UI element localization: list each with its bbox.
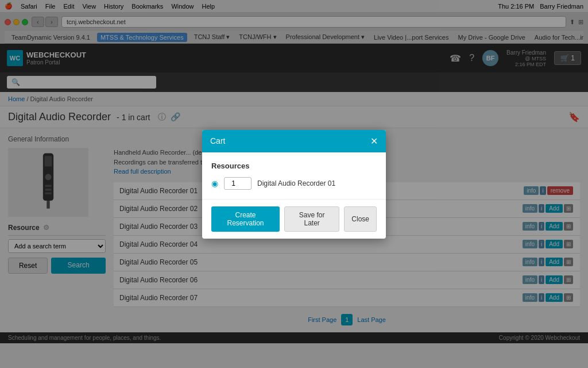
modal-body: Resources ◉ Digital Audio Recorder 01 <box>202 152 386 199</box>
modal-footer: Create Reservation Save for Later Close <box>202 199 386 239</box>
radio-selected-icon[interactable]: ◉ <box>211 179 218 188</box>
quantity-input[interactable] <box>224 177 252 190</box>
close-modal-button[interactable]: Close <box>344 206 377 232</box>
modal-close-button[interactable]: ✕ <box>370 136 378 147</box>
save-for-later-button[interactable]: Save for Later <box>284 206 339 232</box>
modal-overlay: Cart ✕ Resources ◉ Digital Audio Recorde… <box>0 0 588 343</box>
cart-modal: Cart ✕ Resources ◉ Digital Audio Recorde… <box>202 130 386 239</box>
modal-header: Cart ✕ <box>202 130 386 152</box>
modal-resource-row: ◉ Digital Audio Recorder 01 <box>211 177 377 190</box>
modal-title: Cart <box>210 136 225 145</box>
modal-resource-name: Digital Audio Recorder 01 <box>257 179 335 187</box>
modal-section-title: Resources <box>211 162 377 170</box>
create-reservation-button[interactable]: Create Reservation <box>211 206 280 232</box>
